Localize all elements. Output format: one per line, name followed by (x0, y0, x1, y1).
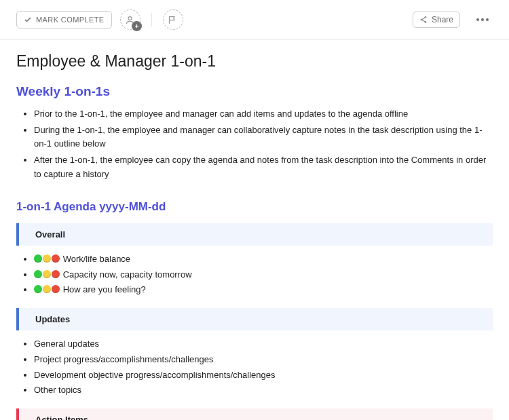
svg-point-3 (425, 17, 426, 18)
action-items-block: Action Items (16, 408, 493, 420)
share-label: Share (432, 15, 453, 24)
updates-block: Updates General updates Project progress… (16, 308, 493, 398)
flag-icon (168, 15, 178, 25)
page-title: Employee & Manager 1-on-1 (16, 52, 493, 71)
document-content: Employee & Manager 1-on-1 Weekly 1-on-1s… (0, 40, 509, 420)
share-button[interactable]: Share (413, 12, 460, 28)
mark-complete-label: MARK COMPLETE (36, 16, 105, 24)
green-dot-icon (34, 270, 42, 278)
check-icon (24, 16, 32, 24)
plus-badge-icon (132, 21, 142, 31)
weekly-list: Prior to the 1-on-1, the employee and ma… (16, 107, 493, 181)
list-item: Capacity now, capacity tomorrow (34, 268, 493, 282)
updates-header: Updates (16, 308, 493, 330)
mark-complete-button[interactable]: MARK COMPLETE (16, 11, 112, 28)
svg-line-7 (422, 20, 425, 22)
svg-line-6 (422, 18, 425, 20)
yellow-dot-icon (43, 285, 51, 293)
red-dot-icon (52, 254, 60, 263)
green-dot-icon (34, 285, 42, 293)
list-item: Work/life balance (34, 252, 493, 267)
more-menu-button[interactable] (472, 14, 493, 25)
svg-point-4 (421, 19, 422, 20)
list-item: How are you feeling? (34, 283, 493, 297)
top-toolbar: MARK COMPLETE Share (0, 0, 509, 40)
list-item: General updates (34, 337, 493, 351)
svg-point-0 (128, 16, 132, 20)
green-dot-icon (34, 254, 42, 263)
list-item: Development objective progress/accomplis… (34, 368, 493, 383)
agenda-heading[interactable]: 1-on-1 Agenda yyyy-MM-dd (16, 200, 493, 214)
action-items-header: Action Items (16, 408, 493, 420)
svg-point-5 (425, 22, 426, 23)
red-dot-icon (52, 270, 60, 278)
yellow-dot-icon (43, 270, 51, 278)
assignee-button[interactable] (120, 9, 140, 30)
item-text: Work/life balance (63, 254, 130, 264)
list-item: After the 1-on-1, the employee can copy … (34, 153, 493, 180)
share-icon (419, 16, 428, 24)
overall-block: Overall Work/life balance Capacity now, … (16, 223, 493, 297)
list-item: During the 1-on-1, the employee and mana… (34, 123, 493, 151)
list-item: Prior to the 1-on-1, the employee and ma… (34, 107, 493, 121)
item-text: Capacity now, capacity tomorrow (63, 269, 192, 280)
overall-header: Overall (16, 223, 493, 246)
toolbar-divider (151, 13, 152, 26)
list-item: Project progress/accomplishments/challen… (34, 353, 493, 367)
list-item: Other topics (34, 383, 493, 398)
flag-button[interactable] (163, 9, 183, 30)
item-text: How are you feeling? (63, 284, 146, 294)
red-dot-icon (52, 285, 60, 293)
weekly-heading[interactable]: Weekly 1-on-1s (16, 84, 493, 99)
yellow-dot-icon (43, 254, 51, 263)
